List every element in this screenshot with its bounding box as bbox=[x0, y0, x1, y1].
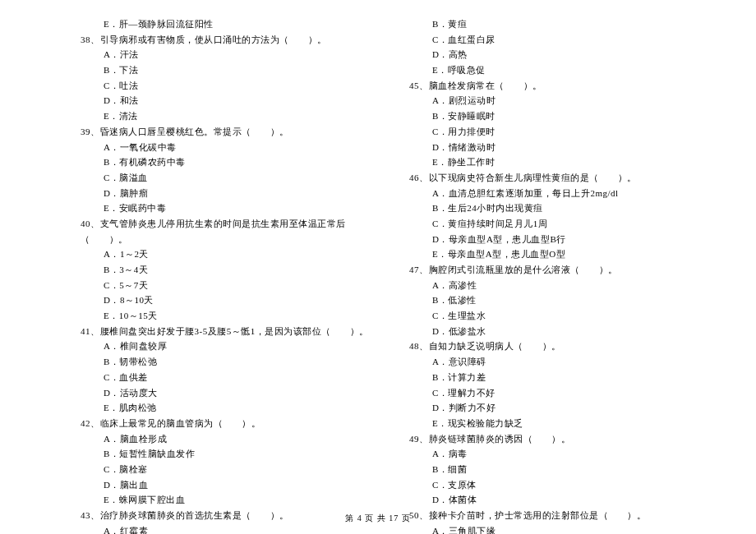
option-text: A．剧烈运动时 bbox=[386, 93, 698, 108]
option-text: D．低渗盐水 bbox=[386, 324, 698, 339]
option-text: B．黄疸 bbox=[386, 16, 698, 32]
question-text: 45、脑血栓发病常在（ ）。 bbox=[386, 78, 698, 94]
option-text: E．清法 bbox=[58, 108, 370, 124]
option-text: A．椎间盘较厚 bbox=[58, 338, 370, 354]
option-text: C．用力排便时 bbox=[386, 124, 698, 140]
option-text: E．安眠药中毒 bbox=[58, 200, 370, 216]
question-text: 39、昏迷病人口唇呈樱桃红色。常提示（ ）。 bbox=[58, 124, 370, 140]
option-text: A．高渗性 bbox=[386, 278, 698, 293]
option-text: B．有机磷农药中毒 bbox=[58, 154, 370, 170]
option-text: E．蛛网膜下腔出血 bbox=[58, 492, 370, 508]
option-text: C．血红蛋白尿 bbox=[386, 32, 698, 48]
option-text: B．计算力差 bbox=[386, 370, 698, 385]
option-text: E．静坐工作时 bbox=[386, 154, 698, 170]
option-text: C．脑溢血 bbox=[58, 170, 370, 186]
option-text: B．下法 bbox=[58, 62, 370, 78]
option-text: C．理解力不好 bbox=[386, 385, 698, 401]
option-text: D．和法 bbox=[58, 93, 370, 108]
option-text: A．三角肌下缘 bbox=[386, 523, 698, 534]
option-text: B．低渗性 bbox=[386, 292, 698, 308]
option-text: B．细菌 bbox=[386, 462, 698, 477]
option-text: E．呼吸急促 bbox=[386, 62, 698, 78]
option-text: D．判断力不好 bbox=[386, 400, 698, 416]
option-text: D．母亲血型A型，患儿血型B行 bbox=[386, 232, 698, 247]
option-text: B．3～4天 bbox=[58, 262, 370, 278]
option-text: C．脑栓塞 bbox=[58, 462, 370, 477]
option-text: A．脑血栓形成 bbox=[58, 431, 370, 447]
option-text: D．8～10天 bbox=[58, 292, 370, 308]
option-text: D．情绪激动时 bbox=[386, 140, 698, 155]
right-column: B．黄疸 C．血红蛋白尿 D．高热 E．呼吸急促 45、脑血栓发病常在（ ）。 … bbox=[378, 16, 707, 534]
option-text: D．高热 bbox=[386, 47, 698, 62]
question-text: 48、自知力缺乏说明病人（ ）。 bbox=[386, 338, 698, 354]
option-text: C．黄疸持续时间足月儿1周 bbox=[386, 216, 698, 232]
option-text: B．安静睡眠时 bbox=[386, 108, 698, 124]
option-text: B．短暂性脑缺血发作 bbox=[58, 446, 370, 462]
question-text: 41、腰椎间盘突出好发于腰3-5及腰5～骶1，是因为该部位（ ）。 bbox=[58, 324, 370, 339]
left-column: E．肝—颈静脉回流征阳性 38、引导病邪或有害物质，使从口涌吐的方法为（ ）。 … bbox=[49, 16, 378, 534]
option-text: C．吐法 bbox=[58, 78, 370, 94]
option-text: A．红霉素 bbox=[58, 523, 370, 534]
content-area: E．肝—颈静脉回流征阳性 38、引导病邪或有害物质，使从口涌吐的方法为（ ）。 … bbox=[0, 16, 756, 534]
option-text: D．活动度大 bbox=[58, 385, 370, 401]
option-text: E．现实检验能力缺乏 bbox=[386, 416, 698, 431]
option-text: E．肌肉松弛 bbox=[58, 400, 370, 416]
option-text: A．病毒 bbox=[386, 446, 698, 462]
option-text: C．5～7天 bbox=[58, 278, 370, 293]
question-text: 47、胸腔闭式引流瓶里放的是什么溶液（ ）。 bbox=[386, 262, 698, 278]
option-text: C．血供差 bbox=[58, 370, 370, 385]
option-text: A．意识障碍 bbox=[386, 354, 698, 370]
option-text: A．1～2天 bbox=[58, 246, 370, 262]
question-text: 40、支气管肺炎患儿停用抗生素的时间是抗生素用至体温正常后（ ）。 bbox=[58, 216, 370, 246]
option-text: B．韧带松弛 bbox=[58, 354, 370, 370]
question-text: 42、临床上最常见的脑血管病为（ ）。 bbox=[58, 416, 370, 431]
option-text: E．肝—颈静脉回流征阳性 bbox=[58, 16, 370, 32]
question-text: 46、以下现病史符合新生儿病理性黄疸的是（ ）。 bbox=[386, 170, 698, 186]
option-text: C．生理盐水 bbox=[386, 308, 698, 324]
option-text: C．支原体 bbox=[386, 477, 698, 493]
page-footer: 第 4 页 共 17 页 bbox=[0, 513, 756, 524]
option-text: D．脑肿瘤 bbox=[58, 186, 370, 201]
question-text: 49、肺炎链球菌肺炎的诱因（ ）。 bbox=[386, 431, 698, 447]
option-text: E．10～15天 bbox=[58, 308, 370, 324]
option-text: D．体菌体 bbox=[386, 492, 698, 508]
option-text: D．脑出血 bbox=[58, 477, 370, 493]
option-text: A．汗法 bbox=[58, 47, 370, 62]
question-text: 38、引导病邪或有害物质，使从口涌吐的方法为（ ）。 bbox=[58, 32, 370, 48]
option-text: A．血清总胆红素逐渐加重，每日上升2mg/dl bbox=[386, 186, 698, 201]
option-text: B．生后24小时内出现黄疸 bbox=[386, 200, 698, 216]
option-text: A．一氧化碳中毒 bbox=[58, 140, 370, 155]
option-text: E．母亲血型A型，患儿血型O型 bbox=[386, 246, 698, 262]
